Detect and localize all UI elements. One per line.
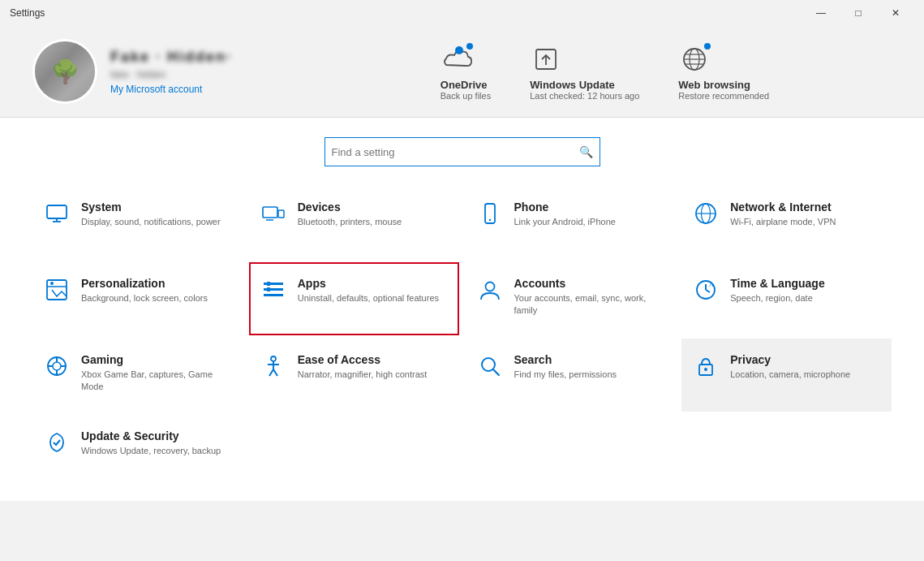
- microsoft-account-link[interactable]: My Microsoft account: [110, 84, 232, 95]
- devices-desc: Bluetooth, printers, mouse: [298, 216, 402, 228]
- shortcut-web-browsing[interactable]: Web browsing Restore recommended: [678, 43, 769, 101]
- search-area: 🔍: [0, 118, 924, 179]
- search-box: 🔍: [324, 137, 600, 166]
- svg-point-1: [457, 48, 462, 53]
- update-security-icon: [44, 429, 70, 454]
- minimize-button[interactable]: —: [802, 0, 840, 26]
- svg-line-31: [706, 290, 710, 292]
- setting-item-personalization[interactable]: Personalization Background, lock screen,…: [32, 262, 243, 335]
- search-name: Search: [514, 353, 617, 366]
- setting-item-time-language[interactable]: A Time & Language Speech, region, date: [681, 262, 892, 335]
- accounts-icon: [477, 277, 503, 301]
- svg-rect-27: [267, 287, 270, 291]
- update-security-name: Update & Security: [81, 429, 221, 442]
- setting-item-system[interactable]: System Display, sound, notifications, po…: [32, 186, 243, 259]
- ease-of-access-desc: Narrator, magnifier, high contrast: [298, 369, 428, 381]
- windows-update-icon-wrap: [530, 43, 562, 76]
- svg-point-39: [271, 356, 276, 361]
- apps-icon: [260, 277, 286, 301]
- search-input[interactable]: [332, 146, 579, 158]
- time-language-icon: A: [693, 277, 719, 301]
- time-language-name: Time & Language: [730, 277, 824, 290]
- onedrive-badge: [465, 41, 475, 51]
- profile-section: Fake · Hidden· fake · hidden My Microsof…: [32, 39, 292, 104]
- accounts-name: Accounts: [514, 277, 664, 290]
- devices-name: Devices: [298, 201, 402, 214]
- personalization-desc: Background, lock screen, colors: [81, 292, 208, 304]
- titlebar: Settings — □ ✕: [0, 0, 924, 26]
- system-name: System: [81, 201, 221, 214]
- close-button[interactable]: ✕: [877, 0, 914, 26]
- app-title: Settings: [10, 7, 45, 19]
- web-browsing-icon-wrap: [678, 43, 711, 76]
- shortcut-windows-update[interactable]: Windows Update Last checked: 12 hours ag…: [530, 43, 639, 101]
- avatar: [32, 39, 97, 104]
- system-desc: Display, sound, notifications, power: [81, 216, 221, 228]
- svg-point-16: [488, 219, 490, 221]
- svg-rect-12: [263, 207, 277, 218]
- devices-icon: [260, 201, 286, 225]
- phone-desc: Link your Android, iPhone: [514, 216, 616, 228]
- svg-line-43: [273, 369, 277, 376]
- window-controls: — □ ✕: [802, 0, 914, 26]
- setting-item-ease-of-access[interactable]: Ease of Access Narrator, magnifier, high…: [249, 339, 459, 412]
- onedrive-icon-wrap: [441, 43, 473, 76]
- svg-point-22: [50, 282, 54, 285]
- privacy-icon: [693, 353, 719, 378]
- svg-point-47: [704, 368, 707, 371]
- onedrive-sub: Back up files: [441, 91, 491, 101]
- web-browsing-badge: [703, 41, 712, 51]
- gaming-icon: [44, 353, 70, 378]
- setting-item-phone[interactable]: Phone Link your Android, iPhone: [466, 186, 676, 259]
- profile-info: Fake · Hidden· fake · hidden My Microsof…: [110, 49, 232, 95]
- header-area: Fake · Hidden· fake · hidden My Microsof…: [0, 26, 924, 118]
- setting-item-gaming[interactable]: Gaming Xbox Game Bar, captures, Game Mod…: [32, 339, 243, 412]
- setting-item-accounts[interactable]: Accounts Your accounts, email, sync, wor…: [466, 262, 676, 335]
- personalization-icon: [44, 277, 70, 301]
- main-content: System Display, sound, notifications, po…: [0, 179, 924, 501]
- search-icon: [477, 353, 503, 378]
- svg-rect-24: [264, 288, 283, 291]
- privacy-name: Privacy: [730, 353, 850, 366]
- gaming-name: Gaming: [81, 353, 231, 366]
- web-browsing-label: Web browsing: [678, 79, 769, 91]
- svg-rect-13: [278, 210, 284, 218]
- apps-desc: Uninstall, defaults, optional features: [298, 292, 439, 304]
- svg-point-28: [485, 283, 494, 291]
- windows-update-icon: [530, 43, 562, 76]
- web-browsing-sub: Restore recommended: [678, 91, 769, 101]
- profile-email: fake · hidden: [110, 69, 232, 80]
- accounts-desc: Your accounts, email, sync, work, family: [514, 292, 664, 317]
- ease-of-access-icon: [260, 353, 286, 378]
- setting-item-apps[interactable]: Apps Uninstall, defaults, optional featu…: [249, 262, 459, 335]
- search-desc: Find my files, permissions: [514, 369, 617, 381]
- svg-rect-9: [47, 205, 67, 218]
- setting-item-privacy[interactable]: Privacy Location, camera, microphone: [681, 339, 892, 412]
- windows-update-sub: Last checked: 12 hours ago: [530, 91, 639, 101]
- shortcut-onedrive[interactable]: OneDrive Back up files: [441, 43, 491, 101]
- setting-item-devices[interactable]: Devices Bluetooth, printers, mouse: [249, 186, 459, 259]
- setting-item-update-security[interactable]: Update & Security Windows Update, recove…: [32, 415, 243, 488]
- search-button[interactable]: 🔍: [579, 145, 593, 158]
- personalization-name: Personalization: [81, 277, 208, 290]
- maximize-button[interactable]: □: [840, 0, 877, 26]
- svg-rect-25: [264, 294, 283, 296]
- system-icon: [44, 201, 70, 225]
- svg-rect-23: [264, 283, 283, 285]
- profile-name: Fake · Hidden·: [110, 49, 232, 66]
- ease-of-access-name: Ease of Access: [298, 353, 428, 366]
- header-shortcuts: OneDrive Back up files Windows Update La…: [318, 43, 892, 101]
- setting-item-network[interactable]: Network & Internet Wi-Fi, airplane mode,…: [681, 186, 892, 259]
- time-language-desc: Speech, region, date: [730, 292, 824, 304]
- settings-grid: System Display, sound, notifications, po…: [32, 186, 892, 488]
- onedrive-label: OneDrive: [441, 79, 491, 91]
- setting-item-search[interactable]: Search Find my files, permissions: [466, 339, 676, 412]
- update-security-desc: Windows Update, recovery, backup: [81, 445, 221, 457]
- apps-name: Apps: [298, 277, 439, 290]
- phone-icon: [477, 201, 503, 225]
- network-desc: Wi-Fi, airplane mode, VPN: [730, 216, 836, 228]
- svg-point-34: [53, 362, 61, 370]
- network-name: Network & Internet: [730, 201, 836, 214]
- svg-rect-26: [267, 282, 270, 286]
- windows-update-label: Windows Update: [530, 79, 639, 91]
